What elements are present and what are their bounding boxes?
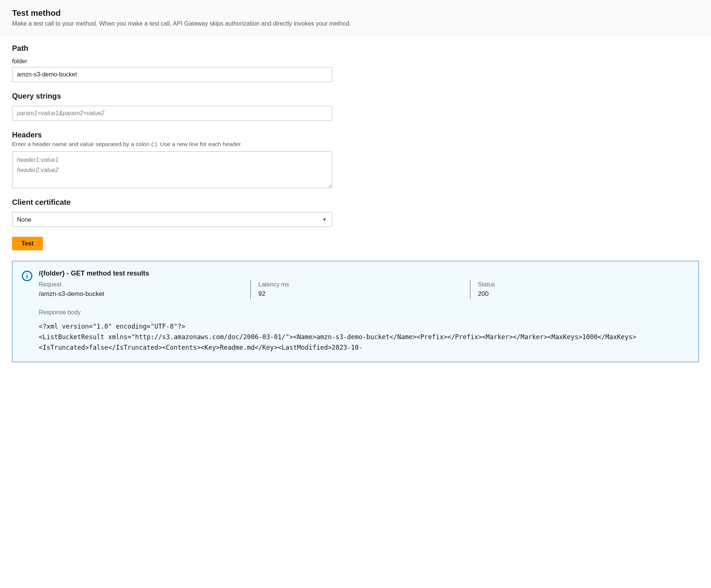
- folder-label: folder: [12, 58, 699, 65]
- metric-status: Status 200: [470, 280, 690, 299]
- page-title: Test method: [12, 8, 699, 18]
- metric-latency: Latency ms 92: [250, 280, 470, 299]
- page-description: Make a test call to your method. When yo…: [12, 20, 699, 27]
- results-title: /{folder} - GET method test results: [39, 270, 690, 277]
- metric-status-label: Status: [478, 281, 690, 288]
- headers-sublabel: Enter a header name and value separated …: [12, 141, 699, 148]
- metric-request: Request /amzn-s3-demo-bucket: [39, 280, 250, 299]
- query-strings-input[interactable]: [12, 106, 332, 121]
- headers-input[interactable]: [12, 151, 332, 188]
- info-icon: [21, 270, 33, 282]
- response-body-label: Response body: [39, 309, 690, 316]
- body-panel: Path folder Query strings Headers Enter …: [0, 35, 711, 362]
- metric-latency-label: Latency ms: [258, 281, 470, 288]
- metric-status-value: 200: [478, 290, 690, 298]
- metric-request-value: /amzn-s3-demo-bucket: [39, 290, 250, 298]
- actions-row: Test: [12, 237, 699, 250]
- client-certificate-section: Client certificate None ▼: [12, 198, 699, 227]
- query-strings-section: Query strings: [12, 92, 699, 121]
- client-certificate-select[interactable]: None: [12, 212, 332, 227]
- path-section: Path folder: [12, 44, 699, 82]
- folder-input[interactable]: [12, 67, 332, 82]
- client-certificate-title: Client certificate: [12, 198, 699, 207]
- headers-section: Headers Enter a header name and value se…: [12, 131, 699, 188]
- test-button[interactable]: Test: [12, 237, 43, 250]
- test-results-panel: /{folder} - GET method test results Requ…: [12, 261, 699, 362]
- header-panel: Test method Make a test call to your met…: [0, 0, 711, 35]
- results-metrics: Request /amzn-s3-demo-bucket Latency ms …: [39, 280, 690, 299]
- headers-title: Headers: [12, 131, 699, 139]
- query-strings-title: Query strings: [12, 92, 699, 101]
- svg-point-2: [27, 273, 27, 274]
- path-section-title: Path: [12, 44, 699, 53]
- metric-request-label: Request: [39, 281, 250, 288]
- metric-latency-value: 92: [258, 290, 470, 298]
- client-certificate-select-wrap: None ▼: [12, 212, 332, 227]
- response-body-content: <?xml version="1.0" encoding="UTF-8"?> <…: [39, 321, 690, 353]
